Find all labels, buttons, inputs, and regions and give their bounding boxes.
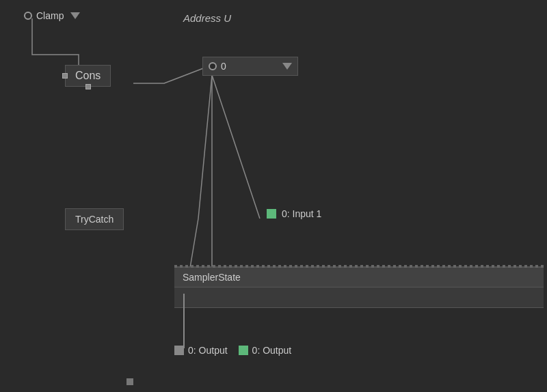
output2-green-square bbox=[239, 346, 248, 355]
sampler-state-header: SamplerState bbox=[174, 268, 544, 288]
zero-port[interactable] bbox=[209, 62, 217, 70]
output-right: 0: Output bbox=[239, 345, 292, 356]
trycatch-node[interactable]: TryCatch bbox=[65, 208, 124, 230]
sampler-state-body bbox=[174, 288, 544, 308]
bottom-left-square bbox=[126, 378, 133, 385]
sampler-state-panel: SamplerState bbox=[174, 266, 544, 308]
zero-node[interactable]: 0 bbox=[202, 57, 298, 76]
clamp-node[interactable]: Clamp bbox=[24, 10, 80, 21]
output-left: 0: Output bbox=[174, 345, 228, 356]
address-u-label: Address U bbox=[183, 12, 231, 24]
input1-label: 0: Input 1 bbox=[282, 208, 321, 219]
output1-grey-square bbox=[174, 346, 184, 355]
vertical-line bbox=[183, 294, 185, 348]
cons-left-port[interactable] bbox=[62, 73, 68, 79]
node-canvas: Clamp Address U Cons 0 TryCatch 0: Input… bbox=[0, 0, 547, 392]
input1-green-square bbox=[267, 209, 276, 219]
clamp-port[interactable] bbox=[24, 12, 32, 20]
cons-label: Cons bbox=[75, 70, 101, 81]
trycatch-label: TryCatch bbox=[75, 214, 114, 225]
input1-node: 0: Input 1 bbox=[267, 208, 321, 219]
output1-label: 0: Output bbox=[188, 345, 228, 356]
zero-value: 0 bbox=[221, 61, 262, 72]
output-row: 0: Output 0: Output bbox=[174, 345, 291, 356]
output2-label: 0: Output bbox=[252, 345, 292, 356]
sampler-top-dots bbox=[174, 265, 544, 268]
zero-dropdown-arrow[interactable] bbox=[282, 63, 292, 70]
clamp-label: Clamp bbox=[36, 10, 64, 21]
clamp-dropdown-arrow[interactable] bbox=[70, 12, 80, 19]
cons-bottom-port[interactable] bbox=[85, 84, 91, 89]
cons-node[interactable]: Cons bbox=[65, 65, 111, 87]
